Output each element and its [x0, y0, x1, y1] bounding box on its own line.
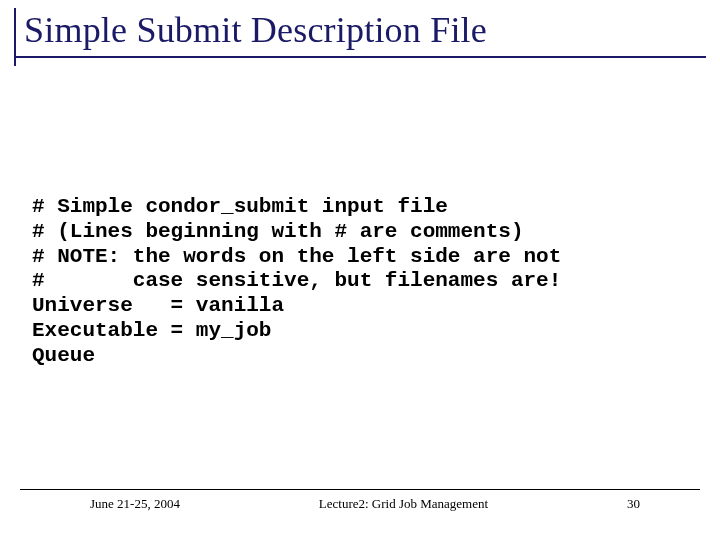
code-line: Queue [32, 344, 95, 367]
code-line: # (Lines beginning with # are comments) [32, 220, 523, 243]
title-underline [14, 56, 706, 58]
title-area: Simple Submit Description File [14, 8, 706, 58]
code-line: # NOTE: the words on the left side are n… [32, 245, 561, 268]
code-line: Executable = my_job [32, 319, 271, 342]
code-line: # case sensitive, but filenames are! [32, 269, 561, 292]
footer-date: June 21-25, 2004 [90, 496, 180, 512]
code-line: Universe = vanilla [32, 294, 284, 317]
slide-title: Simple Submit Description File [14, 8, 706, 56]
code-line: # Simple condor_submit input file [32, 195, 448, 218]
footer-lecture: Lecture2: Grid Job Management [319, 496, 488, 512]
title-left-rule [14, 8, 16, 66]
slide-body: # Simple condor_submit input file # (Lin… [32, 195, 688, 368]
footer-rule [20, 489, 700, 490]
footer: June 21-25, 2004 Lecture2: Grid Job Mana… [20, 489, 700, 512]
slide: Simple Submit Description File # Simple … [0, 0, 720, 540]
code-block: # Simple condor_submit input file # (Lin… [32, 195, 688, 368]
footer-row: June 21-25, 2004 Lecture2: Grid Job Mana… [20, 496, 700, 512]
footer-page-number: 30 [627, 496, 640, 512]
